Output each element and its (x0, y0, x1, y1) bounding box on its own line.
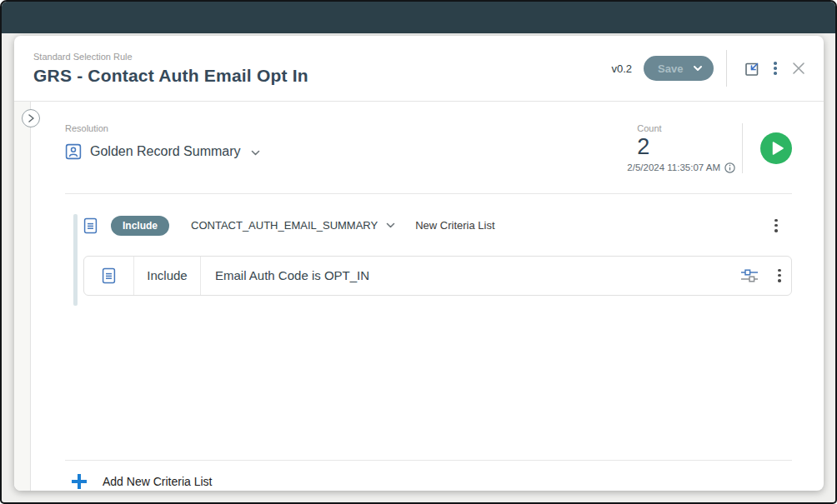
save-button-label: Save (658, 62, 683, 75)
criteria-list-group: Include CONTACT_AUTH_EMAIL_SUMMARY New C… (65, 212, 792, 296)
resolution-count-row: Resolution Golden Record Summary (65, 102, 792, 173)
criteria-operator: Include (134, 257, 201, 295)
count-timestamp-row: 2/5/2024 11:35:07 AM (627, 162, 735, 173)
close-button[interactable] (787, 57, 810, 80)
page-background: Standard Selection Rule GRS - Contact Au… (2, 33, 835, 503)
close-icon (789, 59, 808, 77)
criteria-description: Email Auth Code is OPT_IN (215, 268, 369, 282)
count-divider (742, 123, 743, 173)
sliders-icon (740, 268, 759, 283)
person-icon (65, 143, 82, 160)
footer-divider (65, 460, 792, 461)
kebab-menu-icon (774, 62, 777, 75)
criteria-icon-cell (84, 257, 134, 295)
chevron-down-icon (693, 65, 703, 72)
table-dropdown[interactable]: CONTACT_AUTH_EMAIL_SUMMARY (191, 219, 395, 232)
count-block: Count 2 2/5/2024 11:35:07 AM (627, 123, 792, 173)
include-badge[interactable]: Include (111, 216, 169, 236)
resolution-label: Resolution (65, 123, 260, 133)
plus-icon (70, 472, 88, 491)
count-value: 2 (637, 135, 649, 160)
chevron-down-icon (251, 150, 260, 156)
collapsed-side-panel (14, 102, 31, 491)
count-stats: Count 2 2/5/2024 11:35:07 AM (627, 123, 735, 173)
resolution-dropdown[interactable]: Golden Record Summary (65, 143, 260, 160)
kebab-menu-icon (778, 269, 781, 282)
criteria-actions (738, 266, 791, 286)
run-rule-button[interactable] (760, 132, 792, 164)
version-label: v0.2 (611, 62, 632, 75)
criteria-list-name[interactable]: New Criteria List (415, 219, 494, 232)
rule-content: Resolution Golden Record Summary (31, 102, 824, 491)
expand-panel-button[interactable] (22, 109, 40, 127)
criteria-row[interactable]: Include Email Auth Code is OPT_IN (83, 256, 792, 296)
edit-icon (744, 60, 761, 77)
header-divider (726, 50, 727, 87)
modal-header: Standard Selection Rule GRS - Contact Au… (14, 36, 824, 102)
app-window: Standard Selection Rule GRS - Contact Au… (0, 0, 837, 504)
count-label: Count (637, 123, 661, 133)
selection-rule-modal: Standard Selection Rule GRS - Contact Au… (14, 36, 824, 491)
rule-type-label: Standard Selection Rule (33, 52, 308, 62)
page-title: GRS - Contact Auth Email Opt In (33, 66, 308, 86)
top-bar (2, 2, 835, 33)
document-icon (83, 217, 98, 234)
more-options-button[interactable] (771, 59, 779, 77)
criteria-list-header: Include CONTACT_AUTH_EMAIL_SUMMARY New C… (83, 212, 792, 239)
section-divider (65, 193, 792, 194)
info-icon[interactable] (724, 162, 735, 173)
play-icon (772, 142, 784, 155)
chevron-down-icon (386, 222, 395, 228)
add-criteria-list-label: Add New Criteria List (103, 475, 213, 488)
modal-body: Resolution Golden Record Summary (14, 102, 824, 491)
resolution-value: Golden Record Summary (90, 144, 241, 159)
chevron-right-icon (26, 113, 36, 123)
title-block: Standard Selection Rule GRS - Contact Au… (33, 51, 308, 86)
count-timestamp: 2/5/2024 11:35:07 AM (627, 162, 720, 172)
criteria-menu-button[interactable] (775, 267, 784, 285)
criteria-list-menu-button[interactable] (772, 217, 780, 235)
document-icon (102, 267, 116, 284)
criteria-settings-button[interactable] (738, 266, 761, 286)
table-name: CONTACT_AUTH_EMAIL_SUMMARY (191, 219, 378, 232)
save-button[interactable]: Save (644, 56, 714, 81)
kebab-menu-icon (774, 219, 778, 232)
resolution-block: Resolution Golden Record Summary (65, 123, 260, 173)
header-actions: v0.2 Save (611, 50, 810, 87)
edit-button[interactable] (741, 57, 764, 80)
add-criteria-list-button[interactable]: Add New Criteria List (70, 472, 792, 491)
group-indent-bar (73, 214, 78, 306)
content-spacer (65, 296, 792, 460)
